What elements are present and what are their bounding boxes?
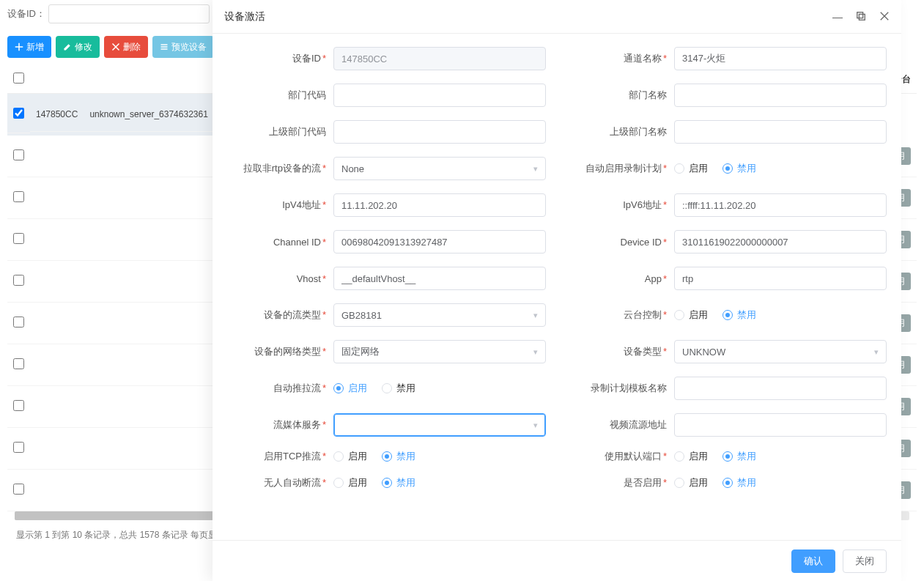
channel-name-input[interactable] — [674, 47, 887, 70]
auto_disconnect-radio-disable[interactable]: 禁用 — [382, 476, 415, 489]
stream-type-value: GB28181 — [341, 310, 382, 321]
dept-code-input[interactable] — [333, 84, 546, 107]
row-checkbox[interactable] — [13, 484, 24, 495]
add-button[interactable]: 新增 — [7, 36, 51, 58]
is_enabled-radio-disable[interactable]: 禁用 — [722, 476, 756, 489]
app-input[interactable] — [674, 267, 887, 290]
radio-dot-icon — [674, 163, 684, 174]
required-mark: * — [322, 419, 326, 430]
required-mark: * — [322, 382, 326, 393]
dept-name-input[interactable] — [674, 84, 887, 107]
row-checkbox[interactable] — [13, 149, 24, 160]
required-mark: * — [322, 53, 326, 64]
media-service-select[interactable]: ▾ — [333, 413, 546, 437]
row-checkbox[interactable] — [13, 358, 24, 369]
radio-dot-icon — [382, 451, 392, 462]
net-type-select[interactable]: 固定网络 ▾ — [333, 340, 546, 363]
auto_record_plan-radio-enable[interactable]: 启用 — [674, 162, 708, 175]
auto-push-radio-group: 启用禁用 — [333, 382, 546, 395]
ok-button[interactable]: 确认 — [791, 549, 835, 573]
edit-button-label: 修改 — [75, 41, 92, 53]
pencil-icon — [63, 42, 72, 51]
required-mark: * — [663, 53, 667, 64]
tcp_push-radio-disable[interactable]: 禁用 — [382, 450, 415, 463]
delete-button-label: 删除 — [123, 41, 141, 53]
search-input[interactable] — [48, 4, 210, 23]
ptz-radio-enable[interactable]: 启用 — [674, 308, 708, 322]
auto_push-radio-enable[interactable]: 启用 — [333, 382, 367, 395]
channel-id-input[interactable] — [333, 230, 546, 254]
tcp_push-radio-enable[interactable]: 启用 — [333, 450, 367, 463]
radio-label: 禁用 — [396, 450, 415, 463]
auto_record_plan-radio-disable[interactable]: 禁用 — [722, 162, 756, 175]
radio-dot-icon — [722, 451, 733, 462]
row-checkbox[interactable] — [13, 400, 24, 411]
stream-type-select[interactable]: GB28181 ▾ — [333, 303, 546, 327]
radio-label: 启用 — [348, 450, 367, 463]
radio-label: 启用 — [348, 382, 367, 395]
parent-dept-code-input[interactable] — [333, 120, 546, 144]
maximize-icon[interactable] — [856, 11, 866, 23]
radio-label: 启用 — [689, 308, 708, 322]
row-checkbox[interactable] — [13, 108, 24, 119]
radio-dot-icon — [674, 451, 684, 462]
pull-non-rtp-value: None — [341, 163, 364, 174]
ipv6-input[interactable] — [674, 193, 887, 217]
lbl-device-id2: Device ID — [621, 237, 662, 248]
radio-dot-icon — [382, 383, 392, 393]
svg-rect-1 — [859, 14, 865, 20]
row-checkbox[interactable] — [13, 275, 24, 286]
modal-header: 设备激活 — — [212, 0, 901, 34]
auto_push-radio-disable[interactable]: 禁用 — [382, 382, 415, 395]
row-checkbox[interactable] — [13, 442, 24, 453]
enabled-radio-group: 启用禁用 — [674, 476, 887, 489]
radio-dot-icon — [722, 310, 733, 320]
edit-button[interactable]: 修改 — [56, 36, 100, 58]
lbl-record-tpl: 录制计划模板名称 — [591, 382, 667, 393]
is_enabled-radio-enable[interactable]: 启用 — [674, 476, 708, 489]
radio-dot-icon — [674, 310, 684, 320]
required-mark: * — [322, 346, 326, 357]
select-all-checkbox[interactable] — [13, 73, 24, 84]
lbl-auto-disc: 无人自动断流 — [264, 477, 321, 488]
lbl-auto-push: 自动推拉流 — [273, 382, 321, 393]
lbl-ptz: 云台控制 — [624, 309, 662, 320]
lbl-device-type: 设备类型 — [624, 346, 662, 357]
auto_disconnect-radio-enable[interactable]: 启用 — [333, 476, 367, 489]
lbl-app: App — [645, 273, 662, 284]
vhost-input[interactable] — [333, 267, 546, 290]
required-mark: * — [663, 346, 667, 357]
lbl-dept-name: 部门名称 — [629, 89, 667, 100]
radio-label: 启用 — [689, 450, 708, 463]
modal-window-controls: — — [832, 11, 890, 23]
modal-footer: 确认 关闭 — [212, 540, 901, 581]
video-src-input[interactable] — [674, 413, 887, 437]
pull-non-rtp-select[interactable]: None ▾ — [333, 157, 546, 180]
device-type-select[interactable]: UNKNOW ▾ — [674, 340, 887, 363]
row-checkbox[interactable] — [13, 191, 24, 202]
row-checkbox[interactable] — [13, 317, 24, 327]
default_port-radio-disable[interactable]: 禁用 — [722, 450, 756, 463]
preview-button[interactable]: 预览设备 — [152, 36, 214, 58]
radio-label: 禁用 — [737, 450, 756, 463]
ptz-radio-disable[interactable]: 禁用 — [722, 308, 756, 322]
minimize-icon[interactable]: — — [832, 12, 843, 22]
delete-button[interactable]: 删除 — [104, 36, 148, 58]
device-id2-input[interactable] — [674, 230, 887, 254]
parent-dept-name-input[interactable] — [674, 120, 887, 144]
svg-rect-0 — [857, 12, 863, 18]
lbl-channel-name: 通道名称 — [624, 53, 662, 64]
close-icon[interactable] — [879, 11, 890, 23]
add-button-label: 新增 — [26, 41, 44, 53]
row-checkbox[interactable] — [13, 233, 24, 244]
record-tpl-input[interactable] — [674, 377, 887, 400]
radio-dot-icon — [382, 478, 392, 488]
required-mark: * — [322, 199, 326, 210]
required-mark: * — [663, 237, 667, 248]
lbl-stream-type: 设备的流类型 — [264, 309, 321, 320]
ipv4-input[interactable] — [333, 193, 546, 217]
lbl-media-svc: 流媒体服务 — [273, 419, 321, 430]
cancel-button[interactable]: 关闭 — [843, 549, 887, 573]
chevron-down-icon: ▾ — [533, 164, 538, 174]
default_port-radio-enable[interactable]: 启用 — [674, 450, 708, 463]
